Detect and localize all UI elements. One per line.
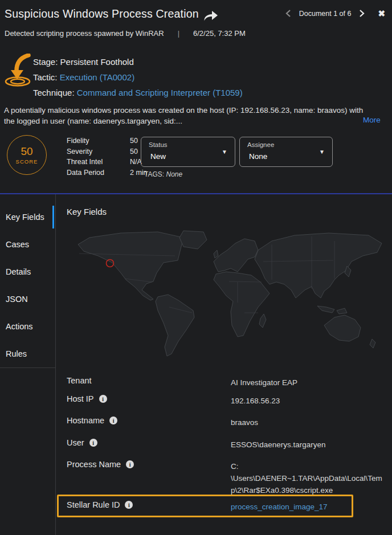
field-label-text: Process Name [67, 460, 121, 469]
metric-label: Threat Intel [67, 157, 130, 168]
subtitle-separator: | [178, 29, 179, 38]
sidebar-list: Key Fields Cases Details JSON Actions Ru… [0, 194, 55, 368]
metric-data-period: Data Period 2 min [67, 168, 148, 178]
status-dropdown[interactable]: Status New ▼ [141, 137, 235, 167]
field-label-text: User [67, 438, 84, 447]
prev-document-icon[interactable] [285, 9, 292, 18]
sidebar-item-label: Details [6, 267, 31, 276]
panel-heading: Key Fields [67, 207, 107, 217]
status-dropdown-label: Status [149, 141, 168, 148]
metric-threat-intel: Threat Intel N/A [67, 157, 148, 168]
sidebar-item-actions[interactable]: Actions [0, 313, 55, 340]
sidebar-item-json[interactable]: JSON [0, 285, 55, 313]
event-timestamp: 6/2/25, 7:32 PM [193, 29, 246, 38]
assignee-dropdown-value: None [249, 152, 267, 161]
tactic-link[interactable]: Execution (TA0002) [60, 72, 134, 82]
field-value: 192.168.56.23 [231, 395, 383, 407]
metric-value: N/A [130, 157, 142, 168]
metrics-list: Fidelity 50 Severity 50 Threat Intel N/A… [67, 136, 148, 178]
sidebar-item-label: Actions [6, 322, 33, 331]
field-label: Process Name [67, 460, 134, 469]
tags-value: None [166, 170, 182, 178]
sidebar-item-rules[interactable]: Rules [0, 340, 55, 367]
tactic-line: Tactic: Execution (TA0002) [33, 70, 243, 85]
detection-name: Detected scripting process spawned by Wi… [5, 29, 164, 38]
sidebar-item-label: Cases [6, 240, 29, 249]
metric-value: 50 [130, 136, 138, 146]
stage-line: Stage: Persistent Foothold [33, 54, 243, 70]
kill-chain-info: Stage: Persistent Foothold Tactic: Execu… [33, 54, 243, 100]
more-link[interactable]: More [363, 116, 381, 124]
field-value: AI Investigator EAP [231, 377, 383, 389]
technique-line: Technique: Command and Scripting Interpr… [33, 85, 243, 100]
info-icon[interactable] [125, 501, 133, 509]
technique-link[interactable]: Command and Scripting Interpreter (T1059… [77, 88, 243, 97]
score-badge: 50 SCORE [7, 135, 47, 175]
geo-map [67, 227, 383, 360]
field-label: User [67, 438, 97, 447]
info-icon[interactable] [89, 439, 97, 447]
stage-value: Persistent Foothold [60, 57, 134, 67]
sidebar-item-key-fields[interactable]: Key Fields [0, 203, 55, 231]
metric-label: Fidelity [67, 136, 130, 146]
document-navigator: Document 1 of 6 ✖ [285, 9, 385, 18]
field-label: Hostname [67, 416, 117, 425]
stage-label: Stage: [33, 57, 58, 67]
assignee-dropdown[interactable]: Assignee None ▼ [239, 137, 333, 167]
tags-row: TAGS: None [144, 170, 182, 178]
field-label-text: Tenant [67, 376, 92, 385]
stellar-rule-id-link[interactable]: process_creation_image_17 [231, 501, 383, 513]
status-dropdown-value: New [150, 152, 166, 161]
close-icon[interactable]: ✖ [378, 9, 385, 18]
score-value: 50 [21, 145, 32, 158]
tags-label: TAGS: [144, 170, 164, 178]
sidebar-item-label: Key Fields [6, 213, 44, 222]
info-icon[interactable] [99, 395, 107, 403]
share-icon[interactable] [203, 9, 219, 23]
metric-severity: Severity 50 [67, 146, 148, 157]
technique-label: Technique: [33, 88, 75, 97]
subtitle: Detected scripting process spawned by Wi… [5, 29, 246, 38]
info-icon[interactable] [126, 460, 134, 468]
next-document-icon[interactable] [358, 9, 365, 18]
sidebar-item-cases[interactable]: Cases [0, 231, 55, 258]
score-label: SCORE [16, 158, 38, 165]
document-counter: Document 1 of 6 [299, 10, 352, 18]
field-label-text: Hostname [67, 416, 104, 425]
section-divider [0, 193, 392, 194]
field-value: C: \Users\DAENER~1.TAR\AppData\Local\Tem… [231, 460, 383, 496]
metric-label: Severity [67, 146, 130, 157]
field-label: Stellar Rule ID [67, 500, 133, 509]
field-label-text: Stellar Rule ID [67, 500, 120, 509]
tactic-label: Tactic: [33, 72, 58, 82]
alert-description: A potentially malicious windows process … [4, 105, 369, 126]
field-label-text: Host IP [67, 394, 94, 403]
chevron-down-icon: ▼ [222, 149, 227, 155]
sidebar-item-details[interactable]: Details [0, 258, 55, 285]
persistent-foothold-icon [5, 54, 32, 87]
field-value: ESSOS\daenerys.targaryen [231, 439, 383, 451]
field-label: Tenant [67, 376, 92, 385]
metric-value: 50 [130, 146, 138, 157]
field-label: Host IP [67, 394, 107, 403]
metric-fidelity: Fidelity 50 [67, 136, 148, 146]
sidebar: Key Fields Cases Details JSON Actions Ru… [0, 194, 56, 535]
metric-label: Data Period [67, 168, 130, 178]
field-value: braavos [231, 416, 383, 428]
sidebar-item-label: JSON [6, 295, 28, 304]
page-title: Suspicious Windows Process Creation [5, 7, 199, 21]
assignee-dropdown-label: Assignee [247, 141, 274, 148]
info-icon[interactable] [109, 416, 117, 424]
chevron-down-icon: ▼ [319, 149, 325, 155]
sidebar-item-label: Rules [6, 349, 27, 358]
